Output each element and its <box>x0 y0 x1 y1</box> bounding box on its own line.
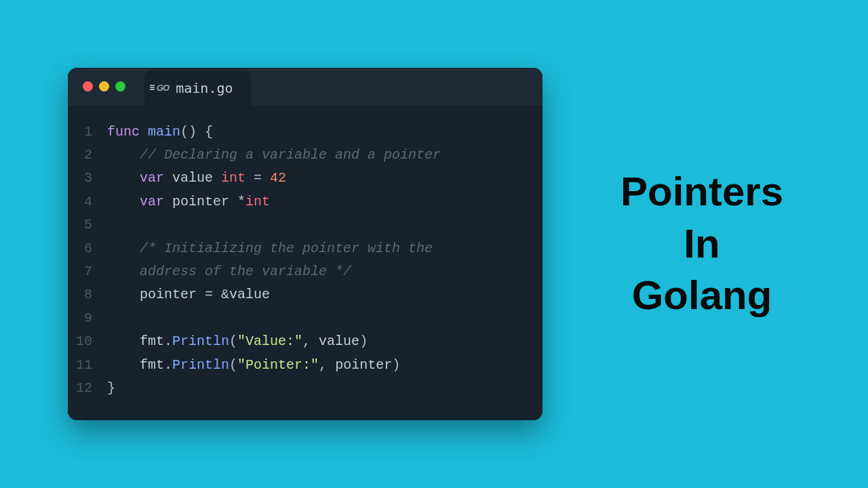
line-content: } <box>107 377 524 400</box>
maximize-icon[interactable] <box>115 81 125 92</box>
code-editor-window: GO main.go 1func main() {2 // Declaring … <box>68 68 542 421</box>
line-number: 7 <box>68 260 107 283</box>
line-content: address of the variable */ <box>107 260 524 283</box>
code-line: 7 address of the variable */ <box>68 260 524 283</box>
code-line: 8 pointer = &value <box>68 283 524 306</box>
traffic-lights <box>68 68 125 92</box>
token-tp: int <box>245 194 270 209</box>
token-id <box>107 357 140 373</box>
token-pn: } <box>107 380 115 396</box>
token-nm: 42 <box>270 170 286 186</box>
line-number: 12 <box>68 377 107 400</box>
line-number: 4 <box>68 190 107 214</box>
token-pn: = <box>245 170 270 186</box>
token-id: value <box>319 333 359 349</box>
page-title: Pointers In Golang <box>576 166 827 322</box>
titlebar: GO main.go <box>68 68 542 106</box>
code-line: 9 <box>68 307 524 330</box>
token-id <box>107 264 140 279</box>
token-id <box>107 170 140 186</box>
line-content <box>107 307 524 330</box>
token-id: pointer <box>335 357 392 373</box>
code-area: 1func main() {2 // Declaring a variable … <box>68 106 542 421</box>
token-id <box>107 241 140 256</box>
title-line: In <box>576 218 827 270</box>
token-id <box>107 333 140 349</box>
token-pn: . <box>164 333 172 349</box>
token-pn: () { <box>180 124 213 140</box>
token-id <box>107 287 140 302</box>
go-logo-icon: GO <box>157 83 169 93</box>
line-content: func main() { <box>107 121 524 144</box>
code-line: 4 var pointer *int <box>68 190 524 214</box>
line-content: pointer = &value <box>107 283 524 306</box>
token-kw: var <box>140 170 172 186</box>
line-content: /* Initializing the pointer with the <box>107 237 524 260</box>
token-id <box>107 194 140 209</box>
token-pn: , <box>302 333 319 349</box>
token-cm: /* Initializing the pointer with the <box>140 241 433 256</box>
token-pn: , <box>319 357 335 373</box>
token-pn: ( <box>229 333 237 349</box>
line-number: 1 <box>68 121 107 144</box>
token-fn: Println <box>172 357 229 373</box>
tab-main-go[interactable]: GO main.go <box>144 70 251 106</box>
code-line: 2 // Declaring a variable and a pointer <box>68 144 524 167</box>
token-fn: Println <box>172 333 229 349</box>
code-line: 11 fmt.Println("Pointer:", pointer) <box>68 354 524 377</box>
line-content: var value int = 42 <box>107 167 524 190</box>
token-st: "Pointer:" <box>237 357 319 373</box>
token-cm: address of the variable */ <box>140 264 351 279</box>
token-id: value <box>172 170 221 186</box>
token-tp: int <box>221 170 245 186</box>
code-line: 10 fmt.Println("Value:", value) <box>68 330 524 353</box>
token-st: "Value:" <box>237 333 302 349</box>
line-number: 3 <box>68 167 107 190</box>
line-content: // Declaring a variable and a pointer <box>107 144 524 167</box>
line-number: 10 <box>68 330 107 353</box>
token-fn: main <box>148 124 180 140</box>
token-kw: func <box>107 124 148 140</box>
token-id: fmt <box>140 333 164 349</box>
token-kw: var <box>140 194 172 209</box>
token-pn: . <box>164 357 172 373</box>
token-id: value <box>229 287 270 302</box>
code-line: 12} <box>68 377 524 400</box>
token-id: fmt <box>140 357 164 373</box>
title-line: Pointers <box>576 166 827 218</box>
token-id <box>107 147 140 163</box>
line-number: 9 <box>68 307 107 330</box>
close-icon[interactable] <box>83 81 93 92</box>
line-content: var pointer *int <box>107 190 524 214</box>
line-content: fmt.Println("Pointer:", pointer) <box>107 354 524 377</box>
line-number: 11 <box>68 354 107 377</box>
token-pn: ) <box>359 333 368 349</box>
code-line: 5 <box>68 214 524 237</box>
token-cm: // Declaring a variable and a pointer <box>140 147 441 163</box>
line-number: 8 <box>68 283 107 306</box>
tab-filename: main.go <box>176 80 233 96</box>
line-number: 5 <box>68 214 107 237</box>
code-line: 1func main() { <box>68 121 524 144</box>
token-pn: * <box>237 194 245 209</box>
token-pn: = & <box>205 287 229 302</box>
code-line: 3 var value int = 42 <box>68 167 524 190</box>
token-id: pointer <box>140 287 205 302</box>
line-number: 6 <box>68 237 107 260</box>
token-pn: ) <box>392 357 400 373</box>
minimize-icon[interactable] <box>99 81 109 92</box>
line-content: fmt.Println("Value:", value) <box>107 330 524 353</box>
line-number: 2 <box>68 144 107 167</box>
token-pn: ( <box>229 357 237 373</box>
code-line: 6 /* Initializing the pointer with the <box>68 237 524 260</box>
token-id: pointer <box>172 194 237 209</box>
line-content <box>107 214 524 237</box>
title-line: Golang <box>576 270 827 322</box>
